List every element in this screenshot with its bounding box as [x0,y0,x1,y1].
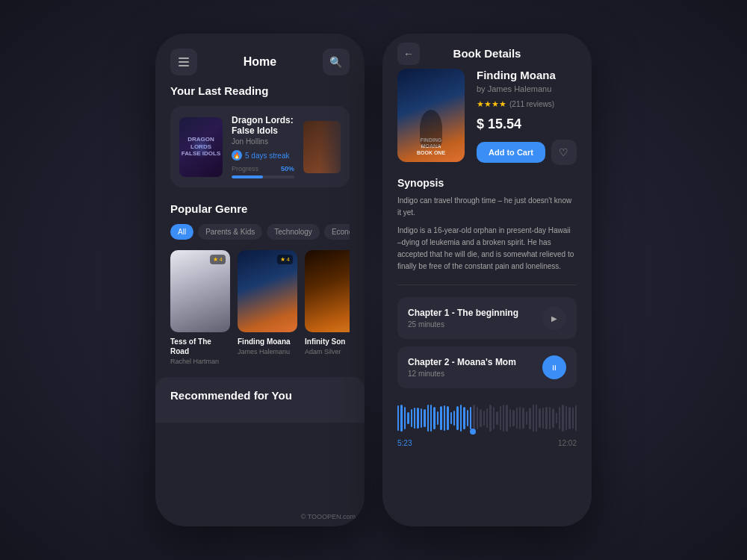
back-icon: ← [403,48,414,60]
genre-tab-technology[interactable]: Technology [267,224,320,240]
cover-silhouette [420,110,442,147]
dragon-lords-cover: DRAGON LORDS FALSE IDOLS [179,117,223,177]
wave-bar-18 [456,406,458,430]
play-icon: ▶ [551,314,557,323]
wave-bar-41 [533,405,534,432]
synopsis-para2: Indigo is a 16-year-old orphan in presen… [397,225,577,273]
synopsis-title: Synopsis [397,177,577,189]
left-phone-content: Home 🔍 Your Last Reading DRAGON LORDS FA… [155,34,365,526]
wave-bar-50 [562,405,563,432]
wave-bar-7 [421,408,422,427]
wave-bar-28 [489,405,491,432]
search-button[interactable]: 🔍 [323,49,350,75]
wave-bar-32 [503,405,504,432]
wave-bar-42 [536,405,537,432]
scrubber-dot[interactable] [470,429,476,435]
left-scroll-area[interactable]: Your Last Reading DRAGON LORDS FALSE IDO… [155,84,365,526]
streak-row: 🔥 5 days streak [232,150,294,161]
infinity-title: Infinity Son [305,337,350,346]
wave-bar-43 [539,408,540,429]
wave-bar-30 [496,411,498,424]
pause-icon: ⏸ [551,364,558,372]
wave-bar-38 [522,408,524,429]
left-phone: Home 🔍 Your Last Reading DRAGON LORDS FA… [155,34,365,526]
wave-bar-26 [483,411,485,426]
streak-text: 5 days streak [245,152,289,160]
book-card-tess[interactable]: ★4 Tess of The Road Rachel Hartman [170,250,230,365]
genre-tab-all[interactable]: All [170,224,193,240]
progress-bar [232,175,294,178]
detail-page-title: Book Details [453,47,521,60]
right-phone-content: ← Book Details FINDINGMOANABOOK ONE Find… [382,34,592,526]
book-grid: ★4 Tess of The Road Rachel Hartman ★4 [170,250,350,365]
wave-bar-46 [549,407,551,429]
wave-bar-0 [397,405,399,431]
back-button[interactable]: ← [397,43,420,65]
audio-player: 5:23 12:02 [382,396,592,462]
wave-bar-14 [444,405,445,431]
genre-tab-economy[interactable]: Economy [324,224,350,240]
book-detail-info: Finding Moana by James Halemanu ★★★★ (21… [477,69,577,165]
tess-author: Rachel Hartman [170,358,230,365]
wave-bar-25 [480,409,481,427]
wave-bar-54 [575,405,577,432]
wave-bar-34 [509,409,511,426]
time-current: 5:23 [397,439,412,447]
star-icon: ★★★★ [477,99,506,109]
wave-bar-2 [404,407,406,429]
wave-bar-8 [424,409,425,427]
last-reading-book-title: Dragon Lords: False Idols [232,115,294,136]
synopsis-para1: Indigo can travel through time – he just… [397,195,577,219]
wave-bar-51 [565,406,567,431]
wave-bar-52 [568,407,570,429]
add-to-cart-button[interactable]: Add to Cart [477,142,545,163]
detail-actions: Add to Cart ♡ [477,140,577,165]
wave-bar-10 [430,405,432,432]
wave-bar-40 [529,408,530,429]
wave-bar-15 [447,406,448,429]
waveform-container[interactable] [397,403,577,433]
chapter-1-item[interactable]: Chapter 1 - The beginning 25 minutes ▶ [397,297,577,339]
book-detail-top: FINDINGMOANABOOK ONE Finding Moana by Ja… [382,69,592,177]
wishlist-button[interactable]: ♡ [551,140,577,165]
chapter-1-name: Chapter 1 - The beginning [408,308,518,318]
wave-bar-21 [467,410,468,426]
wave-bar-48 [556,413,557,424]
recommended-title: Recommended for You [170,389,350,402]
waveform [397,403,577,433]
wave-bar-23 [473,405,474,432]
book-card-infinity[interactable]: Infinity Son Adam Silver [305,250,350,365]
wave-bar-5 [414,408,415,429]
chapter-2-pause-button[interactable]: ⏸ [542,355,566,379]
heart-icon: ♡ [559,146,568,158]
watermark-left: © TOOOPEN.com [301,513,356,520]
wave-bar-37 [519,407,521,430]
wave-bar-27 [486,408,488,429]
genre-tabs: All Parents & Kids Technology Economy [170,224,350,240]
chapter-1-play-button[interactable]: ▶ [542,306,566,330]
finding-moana-cover: ★4 [238,250,297,332]
wave-bar-11 [433,407,435,429]
search-icon: 🔍 [329,56,342,68]
app-header: Home 🔍 [155,34,365,84]
wave-bar-47 [552,408,554,427]
popular-genre-title: Popular Genre [170,202,350,215]
wave-bar-3 [407,412,409,424]
book-card-finding[interactable]: ★4 Finding Moana James Halemanu [238,250,297,365]
wave-bar-44 [542,408,544,428]
wave-bar-20 [463,407,465,430]
finding-rating: ★4 [277,255,293,264]
last-reading-card[interactable]: DRAGON LORDS FALSE IDOLS Dragon Lords: F… [170,106,350,187]
wave-bar-35 [512,410,514,427]
rating-row: ★★★★ (211 reviews) [477,99,577,109]
wave-bar-19 [460,405,462,432]
menu-button[interactable] [170,49,197,75]
chapter-2-item[interactable]: Chapter 2 - Moana's Mom 12 minutes ⏸ [397,346,577,388]
wave-bar-49 [559,407,560,429]
tess-rating: ★4 [210,255,226,264]
progress-label: Progress [232,165,258,172]
chapter-2-name: Chapter 2 - Moana's Mom [408,357,516,367]
wave-bar-24 [477,407,478,430]
wave-bar-13 [440,406,441,430]
genre-tab-parents[interactable]: Parents & Kids [198,224,262,240]
